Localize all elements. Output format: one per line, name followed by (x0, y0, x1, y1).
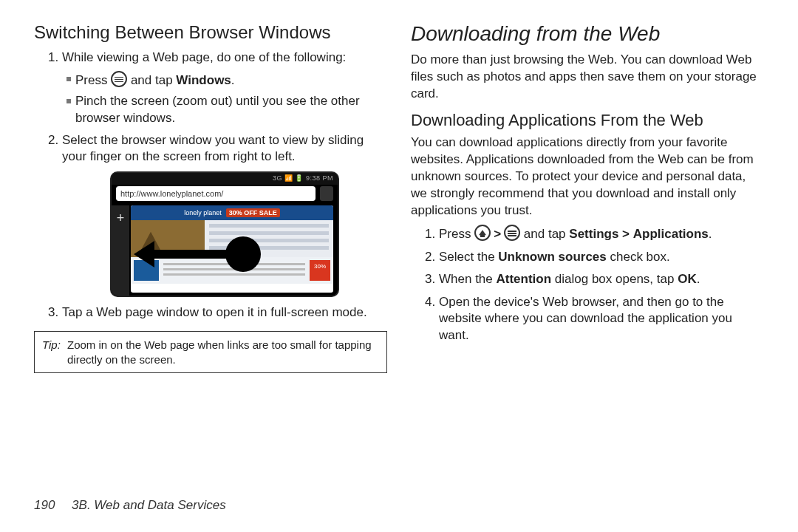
right-step-2: Select the Unknown sources check box. (439, 249, 764, 265)
new-tab-icon: + (112, 205, 129, 296)
right-column: Downloading from the Web Do more than ju… (411, 21, 764, 466)
heading-apps: Downloading Applications From the Web (411, 110, 764, 132)
left-step-1: While viewing a Web page, do one of the … (62, 50, 387, 126)
right-steps: Press > and tap Settings > Applications.… (411, 225, 764, 349)
menu-icon (111, 71, 127, 87)
url-button (320, 186, 333, 201)
left-steps: While viewing a Web page, do one of the … (34, 50, 387, 327)
chevron-right-icon: > (494, 226, 501, 242)
page-footer: 190 3B. Web and Data Services (34, 498, 226, 513)
left-substep-a: Press and tap Windows. (66, 71, 387, 89)
applications-label: Applications (633, 227, 709, 241)
attention-label: Attention (497, 272, 552, 286)
swipe-arrow-icon (134, 241, 154, 267)
left-step-3: Tap a Web page window to open it in full… (62, 304, 387, 321)
left-substeps: Press and tap Windows. Pinch the screen … (62, 71, 387, 126)
ok-label: OK (678, 272, 697, 286)
left-substep-b: Pinch the screen (zoom out) until you se… (66, 93, 387, 126)
unknown-sources-label: Unknown sources (498, 250, 606, 264)
sale-banner: lonely planet30% OFF SALE (131, 205, 333, 220)
tip-label: Tip: (42, 338, 67, 366)
tip-text: Zoom in on the Web page when links are t… (67, 338, 379, 366)
tip-box: Tip: Zoom in on the Web page when links … (34, 331, 387, 373)
menu-icon-2 (504, 225, 520, 241)
page-content: Switching Between Browser Windows While … (0, 0, 798, 473)
settings-label: Settings (569, 227, 618, 241)
browser-screenshot: 3G 📶 🔋 9:38 PM http://www.lonelyplanet.c… (110, 171, 339, 297)
home-icon (474, 225, 491, 241)
touch-point-icon (225, 236, 261, 272)
section-title: 3B. Web and Data Services (72, 498, 226, 512)
right-step-3: When the Attention dialog box opens, tap… (439, 271, 764, 287)
apps-intro: You can download applications directly f… (411, 134, 764, 219)
promo-box: 30% (310, 260, 330, 281)
heading-switching: Switching Between Browser Windows (34, 21, 387, 44)
url-bar: http://www.lonelyplanet.com/ (116, 186, 316, 201)
page-number: 190 (34, 498, 55, 512)
status-bar: 3G 📶 🔋 9:38 PM (112, 173, 338, 185)
left-step-2: Select the browser window you want to vi… (62, 132, 387, 166)
heading-downloading: Downloading from the Web (411, 21, 764, 47)
left-column: Switching Between Browser Windows While … (34, 21, 387, 466)
windows-label: Windows (176, 73, 231, 87)
right-step-4: Open the device's Web browser, and then … (439, 294, 764, 344)
downloading-intro: Do more than just browsing the Web. You … (411, 52, 764, 103)
right-step-1: Press > and tap Settings > Applications. (439, 225, 764, 242)
